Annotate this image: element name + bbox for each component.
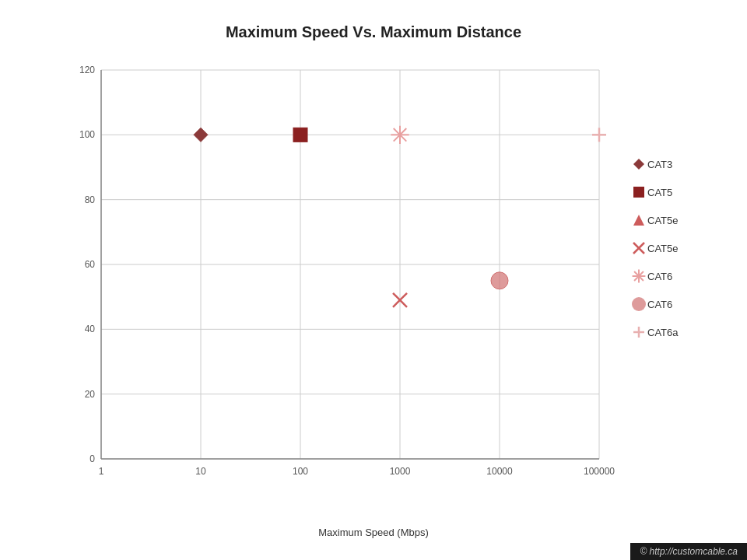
chart-container: Maximum Speed Vs. Maximum Distance Maxim… bbox=[0, 0, 747, 560]
svg-text:120: 120 bbox=[79, 65, 95, 75]
svg-text:80: 80 bbox=[85, 194, 96, 205]
svg-text:100: 100 bbox=[79, 129, 95, 140]
svg-text:100: 100 bbox=[293, 466, 308, 477]
legend-item: CAT6 bbox=[630, 296, 731, 313]
svg-point-38 bbox=[491, 272, 508, 289]
svg-point-50 bbox=[632, 297, 646, 311]
svg-text:10: 10 bbox=[195, 466, 206, 477]
legend-symbol bbox=[630, 184, 647, 201]
legend-symbol bbox=[630, 212, 647, 229]
legend-symbol bbox=[630, 156, 647, 173]
chart-area: 020406080100120110100100010000100000 bbox=[62, 54, 615, 506]
svg-text:20: 20 bbox=[85, 389, 96, 400]
legend: CAT3CAT5CAT5eCAT5eCAT6CAT6CAT6a bbox=[630, 156, 731, 352]
svg-text:40: 40 bbox=[85, 324, 96, 334]
svg-text:1: 1 bbox=[99, 466, 104, 477]
svg-text:60: 60 bbox=[85, 259, 96, 270]
legend-label: CAT3 bbox=[647, 159, 672, 170]
legend-label: CAT6 bbox=[647, 271, 672, 282]
svg-rect-31 bbox=[293, 128, 307, 142]
legend-symbol bbox=[630, 240, 647, 257]
legend-item: CAT5e bbox=[630, 212, 731, 229]
legend-symbol bbox=[630, 268, 647, 285]
chart-title: Maximum Speed Vs. Maximum Distance bbox=[0, 0, 747, 41]
svg-text:10000: 10000 bbox=[486, 466, 513, 477]
legend-item: CAT3 bbox=[630, 156, 731, 173]
footer: © http://customcable.ca bbox=[630, 543, 747, 560]
svg-rect-42 bbox=[633, 187, 644, 198]
svg-text:0: 0 bbox=[89, 453, 95, 464]
legend-symbol bbox=[630, 296, 647, 313]
legend-item: CAT6 bbox=[630, 268, 731, 285]
svg-text:100000: 100000 bbox=[584, 466, 615, 477]
legend-item: CAT5 bbox=[630, 184, 731, 201]
svg-marker-43 bbox=[633, 215, 644, 226]
svg-marker-41 bbox=[633, 159, 644, 170]
legend-label: CAT6a bbox=[647, 327, 679, 338]
legend-symbol bbox=[630, 324, 647, 341]
x-axis-label: Maximum Speed (Mbps) bbox=[318, 527, 429, 538]
legend-label: CAT5 bbox=[647, 187, 672, 198]
chart-svg: 020406080100120110100100010000100000 bbox=[62, 54, 615, 506]
legend-label: CAT5e bbox=[647, 243, 679, 254]
legend-item: CAT5e bbox=[630, 240, 731, 257]
legend-item: CAT6a bbox=[630, 324, 731, 341]
legend-label: CAT5e bbox=[647, 215, 679, 226]
svg-text:1000: 1000 bbox=[390, 466, 411, 477]
legend-label: CAT6 bbox=[647, 299, 672, 310]
